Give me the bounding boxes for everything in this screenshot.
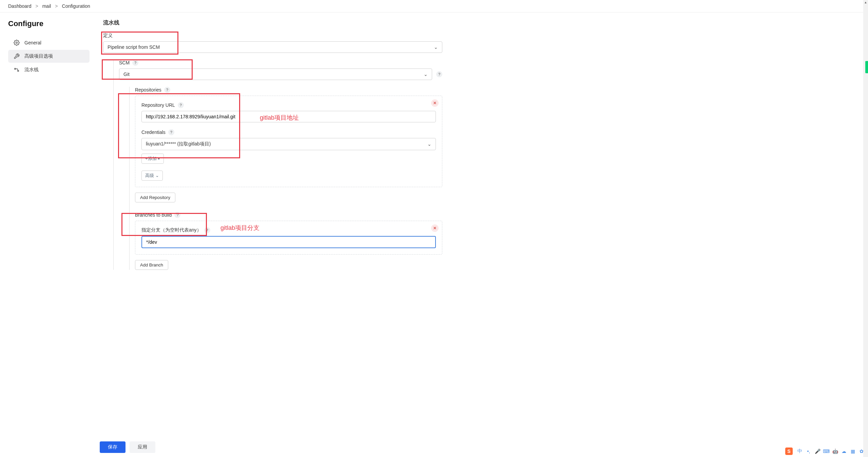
sidebar-item-label: 高级项目选项 — [24, 53, 53, 59]
chevron-down-icon: ⌄ — [434, 44, 438, 50]
help-icon[interactable]: ? — [436, 71, 442, 77]
scroll-up-icon[interactable]: ▲ — [863, 0, 868, 5]
scrollbar[interactable]: ▲ — [863, 0, 868, 304]
add-credential-button[interactable]: +添加 ▾ — [141, 154, 164, 164]
help-icon[interactable]: ? — [204, 227, 210, 233]
close-icon: ✕ — [433, 101, 437, 105]
branch-entry: ✕ 指定分支（为空时代表any） ? — [135, 221, 442, 255]
chevron-down-icon: ⌄ — [155, 173, 159, 178]
sidebar-item-general[interactable]: General — [8, 36, 90, 49]
sidebar-item-label: 流水线 — [24, 67, 39, 73]
definition-value: Pipeline script from SCM — [108, 44, 160, 50]
definition-select[interactable]: Pipeline script from SCM ⌄ — [103, 41, 442, 53]
annotation-gitlab-branch: gitlab项目分支 — [220, 224, 259, 232]
credentials-select[interactable]: liuyuan1/****** (拉取gitlab项目) ⌄ — [141, 138, 436, 150]
breadcrumb-configuration[interactable]: Configuration — [62, 3, 90, 9]
page-title: Configure — [8, 19, 90, 28]
annotation-gitlab-url: gitlab项目地址 — [260, 114, 299, 122]
advanced-toggle-button[interactable]: 高级 ⌄ — [141, 171, 163, 181]
branch-spec-label: 指定分支（为空时代表any） — [141, 227, 201, 233]
repositories-label: Repositories — [135, 87, 161, 93]
chevron-down-icon: ⌄ — [427, 141, 431, 147]
repositories-group: Repositories ? ✕ Repository URL ? — [135, 87, 442, 202]
branches-label: Branches to build — [135, 212, 172, 218]
branches-group: Branches to build ? ✕ 指定分支（为空时代表any） ? — [135, 212, 442, 270]
sidebar-item-advanced[interactable]: 高级项目选项 — [8, 50, 90, 63]
caret-down-icon: ▾ — [158, 156, 160, 161]
close-icon: ✕ — [433, 226, 437, 231]
help-icon[interactable]: ? — [174, 212, 180, 218]
definition-label: 定义 — [103, 33, 442, 39]
gear-icon — [14, 40, 20, 46]
help-icon[interactable]: ? — [132, 60, 138, 66]
repo-url-label: Repository URL — [141, 102, 175, 108]
credentials-label: Credentials — [141, 130, 166, 135]
main-content: 流水线 gitlab项目地址 gitlab项目分支 定义 Pipeline sc… — [103, 19, 442, 277]
repository-entry: ✕ Repository URL ? — [135, 96, 442, 187]
definition-group: 定义 Pipeline script from SCM ⌄ — [103, 33, 442, 53]
help-icon[interactable]: ? — [164, 87, 170, 93]
section-title: 流水线 — [103, 19, 442, 26]
add-repository-button[interactable]: Add Repository — [135, 193, 175, 202]
sidebar: Configure General 高级项目选项 流水线 — [8, 19, 90, 277]
sidebar-item-label: General — [24, 40, 41, 45]
svg-point-0 — [16, 42, 18, 44]
scm-value: Git — [123, 72, 130, 77]
wrench-icon — [14, 53, 20, 59]
chevron-right-icon: > — [36, 3, 38, 9]
credentials-value: liuyuan1/****** (拉取gitlab项目) — [146, 141, 211, 147]
side-accent — [865, 61, 868, 73]
add-branch-button[interactable]: Add Branch — [135, 260, 168, 270]
branch-spec-input[interactable] — [141, 236, 436, 248]
help-icon[interactable]: ? — [178, 102, 184, 108]
scm-label: SCM — [119, 60, 130, 65]
sidebar-item-pipeline[interactable]: 流水线 — [8, 63, 90, 76]
breadcrumb-dashboard[interactable]: Dashboard — [8, 3, 32, 9]
remove-branch-button[interactable]: ✕ — [431, 224, 439, 232]
scm-select[interactable]: Git ⌄ — [119, 68, 432, 80]
chevron-right-icon: > — [55, 3, 58, 9]
breadcrumb-mail[interactable]: mail — [42, 3, 51, 9]
scm-group: SCM ? Git ⌄ ? — [119, 60, 442, 80]
breadcrumb: Dashboard > mail > Configuration — [0, 0, 868, 13]
help-icon[interactable]: ? — [168, 129, 174, 135]
remove-repository-button[interactable]: ✕ — [431, 99, 439, 107]
pipeline-icon — [14, 67, 20, 73]
chevron-down-icon: ⌄ — [424, 72, 428, 77]
